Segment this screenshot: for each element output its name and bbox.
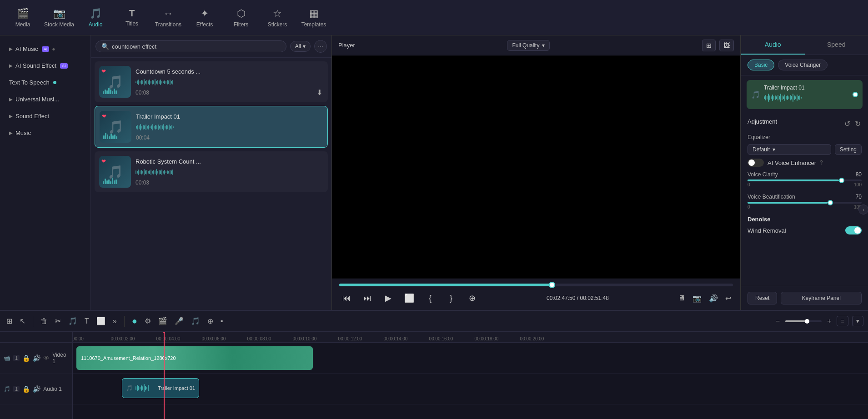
skip-back-button[interactable]: ⏮	[339, 291, 354, 305]
clip-button[interactable]: 🎬	[156, 315, 169, 327]
audio-item-robotic[interactable]: ❤ 🎵 Robotic System Count ... 00:03	[95, 151, 328, 192]
equalizer-setting-button[interactable]: Setting	[835, 144, 862, 155]
timeline-tracks[interactable]: :00:00 00:00:02:00 00:00:04:00 00:00:06:…	[73, 332, 868, 419]
visibility-video-button[interactable]: 👁	[43, 354, 50, 362]
aspect-ratio-button[interactable]: ⬜	[402, 291, 416, 305]
timeline-settings-button[interactable]: ▾	[852, 316, 863, 326]
image-view-button[interactable]: 🖼	[719, 40, 734, 51]
progress-bar[interactable]	[339, 284, 733, 286]
sidebar-item-ai-sound[interactable]: ▶ AI Sound Effect AI	[3, 58, 88, 74]
wind-removal-toggle[interactable]	[845, 226, 862, 234]
insert-button[interactable]: ⊕	[465, 291, 479, 305]
toolbar-stock[interactable]: 📷 Stock Media	[41, 2, 77, 33]
more-options-button[interactable]: ···	[314, 40, 327, 53]
overlay-button[interactable]: ⊕	[206, 315, 215, 327]
toolbar-titles[interactable]: T Titles	[114, 2, 150, 33]
sidebar-item-tts[interactable]: Text To Speech	[3, 75, 88, 90]
lock-video-button[interactable]: 🔒	[22, 354, 30, 362]
sidebar-item-ai-music[interactable]: ▶ AI Music AI ●	[3, 41, 88, 57]
tab-speed[interactable]: Speed	[805, 35, 868, 55]
record-button[interactable]: ●	[130, 314, 139, 328]
step-back-button[interactable]: ⏭	[360, 291, 375, 305]
search-input[interactable]	[112, 43, 281, 50]
audio-track-lane[interactable]: 🎵 Trailer Impact 01	[73, 374, 868, 404]
play-button[interactable]: ▶	[381, 291, 396, 305]
countdown-thumbnail: ❤ 🎵	[99, 66, 131, 98]
snap-button[interactable]: ⊞	[5, 315, 14, 327]
progress-knob[interactable]	[549, 282, 555, 288]
tab-audio[interactable]: Audio	[741, 35, 805, 55]
voice-clarity-knob[interactable]	[839, 178, 844, 183]
quality-select[interactable]: Full Quality ▾	[507, 40, 550, 51]
voice-clarity-slider[interactable]	[748, 180, 862, 181]
fit-button[interactable]: ⬜	[95, 315, 107, 327]
external-monitor-button[interactable]: 🖥	[676, 292, 687, 304]
playhead[interactable]	[164, 332, 165, 419]
toolbar-stickers[interactable]: ☆ Stickers	[259, 2, 296, 33]
effects-tl-button[interactable]: ⚙	[143, 315, 153, 327]
video-track-lane[interactable]: 1110670_Amusement_Relation_1280x720	[73, 343, 868, 374]
robotic-thumbnail: ❤ 🎵	[99, 156, 131, 188]
video-clip[interactable]: 1110670_Amusement_Relation_1280x720	[76, 346, 313, 370]
text-button[interactable]: T	[83, 315, 91, 327]
settings-button[interactable]: ↩	[723, 292, 733, 304]
zoom-in-button[interactable]: +	[825, 316, 833, 326]
voice-beautification-knob[interactable]	[828, 200, 833, 205]
audio-list: ❤ 🎵 Countdown 5 seconds ... 00:08 ⬇	[91, 58, 331, 310]
redo-button[interactable]: ↻	[854, 119, 862, 129]
subtab-voice-changer[interactable]: Voice Changer	[778, 60, 828, 70]
zoom-slider[interactable]	[785, 320, 822, 322]
timeline-content: 📹 1 🔒 🔊 👁 Video 1 🎵 1 🔒 🔊 Audio 1 :00:00	[0, 332, 868, 419]
toolbar-effects[interactable]: ✦ Effects	[186, 2, 223, 33]
audio-item-trailer[interactable]: ❤ 🎵 Trailer Impact 01 00:04	[95, 106, 328, 148]
track-position-knob[interactable]	[853, 92, 858, 97]
audio-item-countdown[interactable]: ❤ 🎵 Countdown 5 seconds ... 00:08 ⬇	[95, 61, 328, 102]
ruler-mark-6: 00:00:06:00	[202, 336, 226, 341]
pip-button[interactable]: ▪	[219, 315, 225, 327]
toolbar-transitions[interactable]: ↔ Transitions	[150, 2, 186, 33]
mark-out-button[interactable]: }	[444, 291, 458, 305]
download-icon[interactable]: ⬇	[316, 88, 322, 97]
crop-audio-button[interactable]: 🎵	[66, 315, 79, 327]
sidebar-item-sound-effect[interactable]: ▶ Sound Effect	[3, 108, 88, 124]
snapshot-button[interactable]: 📷	[691, 292, 703, 304]
reset-button[interactable]: Reset	[748, 292, 777, 304]
sidebar-item-music[interactable]: ▶ Music	[3, 125, 88, 141]
search-input-wrap[interactable]: 🔍	[95, 40, 286, 52]
player-view-buttons: ⊞ 🖼	[702, 40, 734, 51]
filter-button[interactable]: All ▾	[290, 41, 311, 52]
keyframe-panel-button[interactable]: Keyframe Panel	[781, 292, 862, 304]
audio-tl-button[interactable]: 🎵	[189, 315, 202, 327]
timeline-labels: 📹 1 🔒 🔊 👁 Video 1 🎵 1 🔒 🔊 Audio 1	[0, 332, 73, 419]
split-button[interactable]: ✂	[53, 315, 63, 327]
sidebar-item-universal[interactable]: ▶ Universal Musi...	[3, 91, 88, 107]
audio-clip[interactable]: 🎵 Trailer Impact 01	[122, 378, 199, 398]
voice-beautification-section: Voice Beautification 70 0 100	[748, 194, 862, 210]
toolbar-audio[interactable]: 🎵 Audio	[77, 2, 114, 33]
lock-audio-button[interactable]: 🔒	[22, 385, 30, 393]
toolbar-templates[interactable]: ▦ Templates	[296, 2, 332, 33]
thumbnail-waveform-3	[103, 176, 127, 184]
timeline-view-button[interactable]: ≡	[837, 316, 848, 326]
grid-view-button[interactable]: ⊞	[702, 40, 716, 51]
zoom-knob[interactable]	[805, 319, 809, 324]
voice-beautification-slider[interactable]	[748, 202, 862, 204]
mark-in-button[interactable]: {	[423, 291, 437, 305]
equalizer-select[interactable]: Default ▾	[748, 144, 831, 155]
subtab-basic[interactable]: Basic	[748, 60, 774, 70]
toolbar-media[interactable]: 🎬 Media	[5, 2, 41, 33]
mic-button[interactable]: 🎤	[173, 315, 186, 327]
zoom-out-button[interactable]: −	[774, 316, 782, 326]
delete-button[interactable]: 🗑	[39, 315, 50, 327]
more-tl-button[interactable]: »	[111, 315, 119, 327]
countdown-title: Countdown 5 seconds ...	[135, 68, 323, 75]
volume-video-button[interactable]: 🔊	[33, 354, 40, 362]
video-clip-label: 1110670_Amusement_Relation_1280x720	[81, 355, 176, 361]
select-button[interactable]: ↖	[18, 315, 27, 327]
toolbar-filters[interactable]: ⬡ Filters	[223, 2, 259, 33]
volume-audio-button[interactable]: 🔊	[33, 385, 40, 393]
undo-button[interactable]: ↺	[843, 119, 851, 129]
help-icon[interactable]: ?	[820, 160, 823, 166]
volume-button[interactable]: 🔊	[707, 292, 720, 304]
ai-voice-enhancer-toggle[interactable]	[748, 159, 764, 167]
